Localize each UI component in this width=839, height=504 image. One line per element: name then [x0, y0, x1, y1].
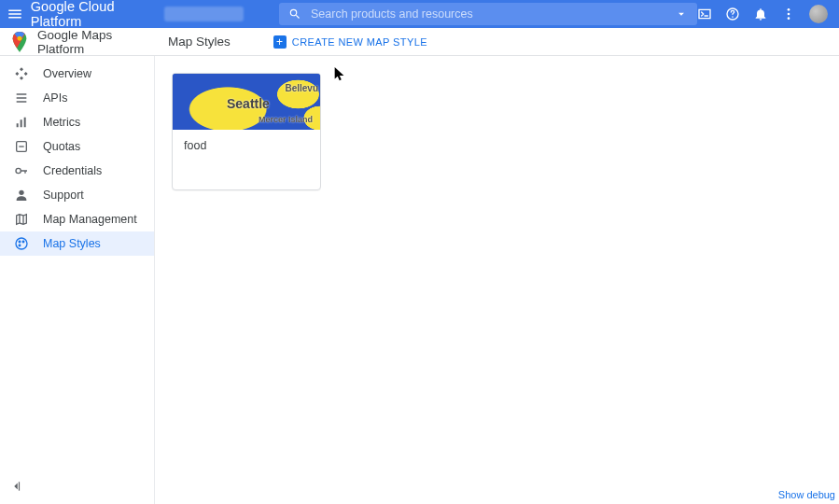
sidebar-item-label: Credentials [43, 164, 102, 177]
sidebar-item-label: Map Styles [43, 237, 101, 250]
svg-point-10 [22, 241, 24, 243]
hamburger-icon [7, 6, 23, 22]
cursor-icon [334, 67, 345, 82]
svg-point-2 [788, 13, 790, 16]
search-input[interactable] [311, 7, 675, 21]
palette-icon [13, 236, 30, 251]
sidebar-item-map-management[interactable]: Map Management [0, 207, 154, 231]
sidebar-item-support[interactable]: Support [0, 183, 154, 207]
product-bar: Google Maps Platform Map Styles + CREATE… [0, 28, 839, 56]
sidebar-item-label: APIs [43, 91, 67, 105]
project-selector[interactable] [164, 7, 244, 21]
svg-point-11 [19, 245, 21, 246]
sidebar-item-metrics[interactable]: Metrics [0, 110, 154, 134]
avatar[interactable] [809, 5, 828, 23]
sidebar-item-label: Support [43, 189, 84, 202]
key-icon [13, 163, 30, 178]
svg-point-6 [16, 168, 21, 173]
show-debug-link[interactable]: Show debug [778, 489, 835, 500]
thumb-label-seattle: Seattle [227, 96, 270, 111]
map-icon [13, 212, 30, 227]
create-map-style-label: CREATE NEW MAP STYLE [292, 36, 427, 48]
sidebar-item-credentials[interactable]: Credentials [0, 159, 154, 183]
sidebar: Overview APIs Metrics Quotas Credentials… [0, 56, 155, 504]
quota-icon [13, 139, 30, 154]
header-actions [697, 5, 828, 23]
sidebar-item-label: Overview [43, 67, 91, 80]
person-icon [13, 188, 30, 203]
cloud-shell-icon[interactable] [697, 7, 712, 21]
map-style-thumbnail: Seattle Bellevu Mercer Island [173, 74, 320, 130]
sidebar-item-label: Metrics [43, 116, 80, 129]
map-style-title: food [173, 130, 320, 189]
svg-point-8 [16, 238, 27, 249]
help-icon[interactable] [725, 7, 740, 21]
svg-point-9 [19, 241, 21, 243]
create-map-style-button[interactable]: + CREATE NEW MAP STYLE [273, 35, 427, 49]
main-content: Seattle Bellevu Mercer Island food Show … [155, 56, 839, 504]
product-name: Google Maps Platform [37, 28, 155, 56]
notifications-icon[interactable] [753, 7, 768, 21]
sidebar-item-label: Map Management [43, 213, 137, 226]
sidebar-item-overview[interactable]: Overview [0, 62, 154, 86]
plus-icon: + [273, 35, 287, 49]
sidebar-item-map-styles[interactable]: Map Styles [0, 231, 154, 256]
chevron-down-icon[interactable] [675, 7, 688, 21]
search-icon [288, 7, 301, 21]
thumb-label-mercer: Mercer Island [259, 115, 313, 124]
list-icon [13, 91, 30, 105]
page-title: Map Styles [168, 35, 231, 49]
gcp-title: Google Cloud Platform [31, 0, 153, 29]
search-bar[interactable] [279, 3, 697, 25]
map-style-card[interactable]: Seattle Bellevu Mercer Island food [172, 73, 321, 190]
gcp-header: Google Cloud Platform [0, 0, 839, 28]
thumb-label-bellevue: Bellevu [285, 83, 318, 93]
collapse-sidebar-button[interactable] [9, 480, 22, 497]
sidebar-item-apis[interactable]: APIs [0, 86, 154, 110]
chevron-left-icon [9, 480, 22, 493]
more-icon[interactable] [781, 7, 796, 21]
svg-point-1 [788, 8, 790, 11]
svg-point-7 [19, 190, 23, 195]
overview-icon [13, 66, 30, 81]
svg-point-3 [788, 17, 790, 20]
sidebar-item-label: Quotas [43, 140, 80, 153]
menu-button[interactable] [4, 6, 27, 22]
bar-chart-icon [13, 115, 30, 130]
svg-point-4 [18, 35, 22, 40]
sidebar-item-quotas[interactable]: Quotas [0, 134, 154, 159]
maps-pin-icon [11, 32, 28, 52]
